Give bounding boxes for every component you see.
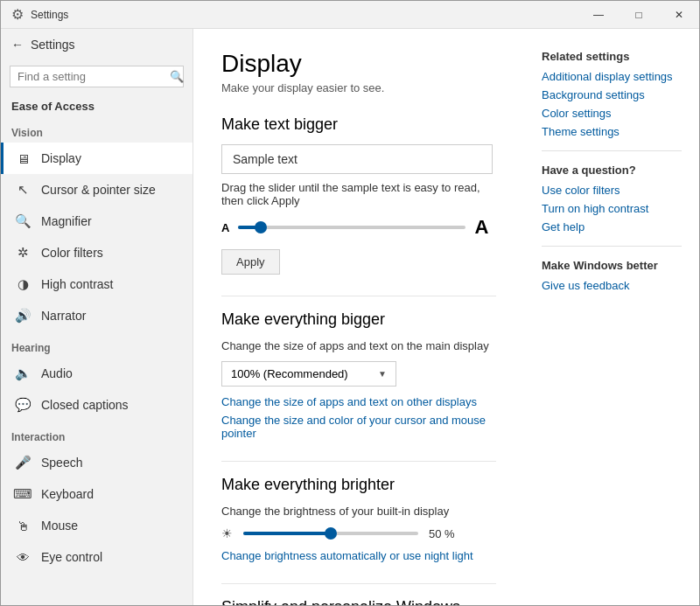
question-title: Have a question?: [542, 164, 682, 177]
sidebar-item-mouse-label: Mouse: [41, 519, 78, 533]
get-help-link[interactable]: Get help: [542, 220, 682, 233]
everything-bigger-title: Make everything bigger: [221, 310, 496, 329]
everything-brighter-section: Make everything brighter Change the brig…: [221, 476, 496, 562]
eye-control-icon: 👁: [15, 549, 31, 565]
content-area: ← Settings 🔍 Ease of Access Vision 🖥 Dis…: [1, 29, 699, 605]
title-bar-controls: — □ ✕: [578, 1, 699, 29]
sidebar-item-keyboard[interactable]: ⌨ Keyboard: [1, 478, 192, 510]
magnifier-icon: 🔍: [15, 213, 31, 229]
divider-1: [221, 296, 496, 296]
sidebar-item-cursor[interactable]: ↖ Cursor & pointer size: [1, 174, 192, 205]
night-light-link[interactable]: Change brightness automatically or use n…: [221, 549, 496, 562]
title-bar: ⚙ Settings — □ ✕: [1, 1, 699, 29]
size-dropdown[interactable]: 100% (Recommended) ▼: [221, 361, 396, 387]
right-divider-1: [542, 150, 682, 151]
display-icon: 🖥: [15, 150, 31, 166]
use-color-filters-link[interactable]: Use color filters: [542, 184, 682, 197]
turn-on-high-contrast-link[interactable]: Turn on high contrast: [542, 202, 682, 215]
brightness-thumb[interactable]: [325, 527, 337, 540]
sidebar-item-narrator-label: Narrator: [41, 309, 86, 323]
text-bigger-title: Make text bigger: [221, 115, 496, 134]
search-icon: 🔍: [170, 70, 184, 83]
everything-brighter-title: Make everything brighter: [221, 476, 496, 494]
sidebar-item-narrator[interactable]: 🔊 Narrator: [1, 300, 192, 331]
color-filters-icon: ✲: [15, 245, 31, 261]
sidebar-item-magnifier[interactable]: 🔍 Magnifier: [1, 205, 192, 237]
sidebar-item-audio[interactable]: 🔈 Audio: [1, 358, 192, 389]
brightness-dim-icon: ☀: [221, 526, 233, 540]
drag-instruction: Drag the slider until the sample text is…: [221, 181, 496, 207]
text-size-slider-track[interactable]: [238, 226, 466, 229]
settings-icon: ⚙: [11, 6, 24, 23]
keyboard-icon: ⌨: [15, 486, 31, 502]
sidebar-item-display-label: Display: [41, 151, 81, 165]
back-icon: ←: [11, 38, 24, 52]
cursor-icon: ↖: [15, 182, 31, 198]
sidebar-item-display[interactable]: 🖥 Display: [1, 143, 192, 174]
brightness-slider-row: ☀ 50 %: [221, 526, 496, 540]
text-bigger-section: Make text bigger Sample text Drag the sl…: [221, 115, 496, 275]
related-settings-title: Related settings: [542, 50, 682, 63]
sidebar-item-cursor-label: Cursor & pointer size: [41, 183, 156, 197]
right-panel: Related settings Additional display sett…: [524, 29, 699, 605]
sidebar-item-speech[interactable]: 🎤 Speech: [1, 447, 192, 478]
apply-button[interactable]: Apply: [221, 249, 280, 275]
sidebar-item-high-contrast[interactable]: ◑ High contrast: [1, 268, 192, 300]
page-subtitle: Make your display easier to see.: [221, 81, 496, 94]
close-button[interactable]: ✕: [659, 1, 699, 29]
color-settings-link[interactable]: Color settings: [542, 107, 682, 120]
sidebar-item-audio-label: Audio: [41, 366, 73, 380]
maximize-button[interactable]: □: [619, 1, 659, 29]
everything-bigger-desc: Change the size of apps and text on the …: [221, 339, 496, 352]
brightness-slider-track[interactable]: [243, 532, 418, 535]
slider-label-large: A: [474, 216, 488, 239]
slider-label-small: A: [221, 221, 229, 234]
interaction-section-label: Interaction: [1, 421, 192, 447]
back-button[interactable]: ← Settings: [1, 29, 192, 60]
additional-display-link[interactable]: Additional display settings: [542, 70, 682, 83]
brightness-fill: [243, 532, 331, 535]
search-box[interactable]: 🔍: [10, 66, 184, 87]
sidebar-item-eye-control-label: Eye control: [41, 550, 102, 564]
search-input[interactable]: [18, 70, 164, 83]
title-bar-title: Settings: [31, 9, 68, 21]
background-settings-link[interactable]: Background settings: [542, 88, 682, 101]
cursor-size-link[interactable]: Change the size and color of your cursor…: [221, 414, 496, 440]
title-bar-left: ⚙ Settings: [11, 6, 68, 23]
sidebar: ← Settings 🔍 Ease of Access Vision 🖥 Dis…: [1, 29, 193, 605]
brightness-value: 50 %: [429, 527, 455, 540]
slider-thumb[interactable]: [255, 221, 267, 233]
high-contrast-icon: ◑: [15, 276, 31, 292]
sidebar-item-magnifier-label: Magnifier: [41, 214, 92, 228]
divider-2: [221, 461, 496, 462]
vision-section-label: Vision: [1, 116, 192, 143]
sidebar-item-mouse[interactable]: 🖱 Mouse: [1, 510, 192, 541]
sidebar-title: Settings: [31, 38, 75, 52]
sidebar-item-high-contrast-label: High contrast: [41, 277, 113, 291]
page-title: Display: [221, 50, 496, 78]
simplify-title: Simplify and personalize Windows: [221, 598, 496, 605]
narrator-icon: 🔊: [15, 308, 31, 324]
closed-captions-icon: 💬: [15, 397, 31, 413]
speech-icon: 🎤: [15, 455, 31, 470]
main-content: Display Make your display easier to see.…: [193, 29, 524, 605]
other-displays-link[interactable]: Change the size of apps and text on othe…: [221, 395, 496, 408]
sidebar-item-closed-captions-label: Closed captions: [41, 398, 129, 412]
divider-3: [221, 583, 496, 584]
hearing-section-label: Hearing: [1, 331, 192, 358]
theme-settings-link[interactable]: Theme settings: [542, 125, 682, 138]
text-preview-box: Sample text: [221, 144, 493, 174]
dropdown-value: 100% (Recommended): [231, 367, 348, 380]
sidebar-item-speech-label: Speech: [41, 456, 82, 470]
give-feedback-link[interactable]: Give us feedback: [542, 279, 682, 292]
settings-window: ⚙ Settings — □ ✕ ← Settings 🔍 Ease of Ac…: [0, 0, 700, 606]
sidebar-item-color-filters[interactable]: ✲ Color filters: [1, 237, 192, 268]
sidebar-item-keyboard-label: Keyboard: [41, 487, 94, 501]
ease-of-access-label: Ease of Access: [1, 93, 192, 116]
dropdown-arrow-icon: ▼: [378, 369, 387, 379]
sidebar-item-closed-captions[interactable]: 💬 Closed captions: [1, 389, 192, 421]
minimize-button[interactable]: —: [578, 1, 619, 29]
sidebar-item-eye-control[interactable]: 👁 Eye control: [1, 541, 192, 573]
text-size-slider-row: A A: [221, 216, 496, 239]
everything-bigger-section: Make everything bigger Change the size o…: [221, 310, 496, 440]
